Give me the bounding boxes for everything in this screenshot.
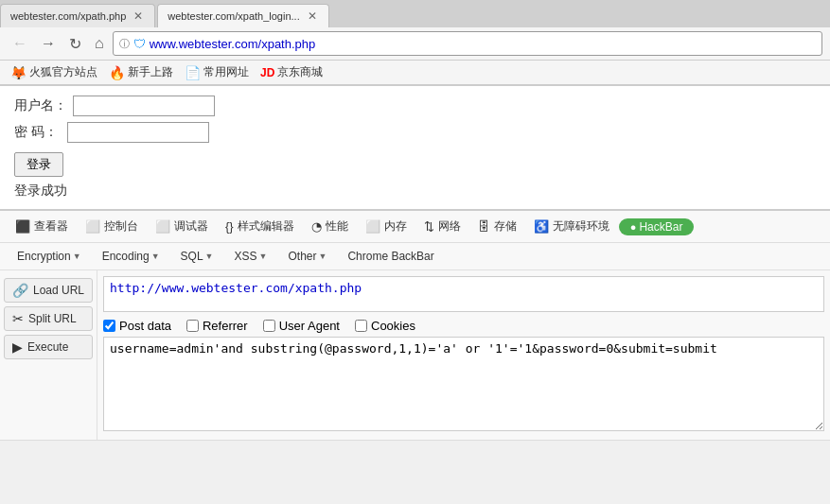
devtools-bar: ⬛ 查看器 ⬜ 控制台 ⬜ 调试器 {} 样式编辑器 ◔ 性能 ⬜ 内存 ⇅ 网… [0, 209, 830, 243]
tab-2[interactable]: webtester.com/xpath_login... ✕ [157, 4, 328, 27]
referrer-label: Referrer [203, 319, 248, 333]
devtools-debugger[interactable]: ⬜ 调试器 [148, 215, 216, 238]
hackbar-menu-encryption[interactable]: Encryption ▼ [8, 247, 91, 266]
referrer-checkbox-label[interactable]: Referrer [186, 319, 248, 333]
back-button[interactable]: ← [8, 33, 32, 54]
bookmark-jd[interactable]: JD 京东商城 [257, 63, 326, 81]
devtools-perf[interactable]: ◔ 性能 [304, 215, 356, 238]
home-button[interactable]: ⌂ [90, 33, 109, 54]
browser-chrome: webtester.com/xpath.php ✕ webtester.com/… [0, 0, 830, 86]
memory-icon: ⬜ [365, 219, 380, 234]
username-row: 用户名： [14, 96, 816, 116]
devtools-console-label: 控制台 [104, 218, 138, 235]
hackbar-sql-label: SQL [181, 250, 203, 263]
cookies-checkbox[interactable] [355, 320, 367, 332]
tab-1[interactable]: webtester.com/xpath.php ✕ [0, 4, 155, 27]
user-agent-label: User Agent [279, 319, 340, 333]
hackbar-main: 🔗 Load URL ✂ Split URL ▶ Execute Post da… [0, 270, 830, 440]
network-icon: ⇅ [424, 219, 434, 234]
new-user-icon: 🔥 [109, 65, 125, 80]
info-icon: ⓘ [119, 37, 130, 51]
forward-button[interactable]: → [36, 33, 61, 54]
hackbar-menu-encoding[interactable]: Encoding ▼ [93, 247, 169, 266]
hackbar-label: HackBar [639, 220, 682, 234]
console-icon: ⬜ [85, 219, 100, 234]
tabs-bar: webtester.com/xpath.php ✕ webtester.com/… [0, 0, 830, 27]
hackbar-dot-icon: ● [630, 221, 640, 233]
style-icon: {} [225, 219, 234, 234]
password-input[interactable] [67, 122, 209, 143]
tab-1-close[interactable]: ✕ [132, 9, 145, 23]
hackbar-menu-xss[interactable]: XSS ▼ [225, 247, 277, 266]
load-url-button[interactable]: 🔗 Load URL [4, 278, 93, 303]
encoding-dropdown-arrow: ▼ [151, 252, 160, 261]
bookmark-new-user-label: 新手上路 [128, 64, 173, 80]
devtools-network[interactable]: ⇅ 网络 [416, 215, 468, 238]
bookmark-firefox[interactable]: 🦊 火狐官方站点 [8, 63, 100, 81]
username-input[interactable] [73, 96, 215, 116]
devtools-inspect-label: 查看器 [34, 218, 68, 235]
devtools-storage[interactable]: 🗄 存储 [470, 215, 524, 238]
bookmark-firefox-label: 火狐官方站点 [29, 64, 97, 80]
tab-1-title: webtester.com/xpath.php [10, 10, 126, 22]
bookmarks-bar: 🦊 火狐官方站点 🔥 新手上路 📄 常用网址 JD 京东商城 [0, 61, 830, 85]
devtools-style[interactable]: {} 样式编辑器 [218, 215, 302, 238]
login-button[interactable]: 登录 [14, 152, 63, 177]
split-url-icon: ✂ [12, 311, 24, 326]
referrer-checkbox[interactable] [186, 320, 199, 332]
tab-2-title: webtester.com/xpath_login... [168, 10, 299, 22]
hackbar-toggle[interactable]: ● HackBar [619, 218, 695, 235]
post-data-checkbox[interactable] [103, 320, 115, 332]
devtools-accessibility[interactable]: ♿ 无障碍环境 [526, 215, 617, 238]
execute-icon: ▶ [12, 339, 23, 355]
sql-dropdown-arrow: ▼ [205, 252, 214, 261]
hackbar-panel: Encryption ▼ Encoding ▼ SQL ▼ XSS ▼ Othe… [0, 243, 830, 441]
refresh-button[interactable]: ↻ [64, 33, 86, 55]
cookies-label: Cookies [371, 319, 415, 333]
user-agent-checkbox[interactable] [263, 320, 275, 332]
post-options: Post data Referrer User Agent Cookies [103, 315, 824, 337]
hackbar-menu-sql[interactable]: SQL ▼ [171, 247, 223, 266]
hackbar-encoding-label: Encoding [102, 250, 150, 263]
bookmark-common-sites[interactable]: 📄 常用网址 [182, 63, 252, 81]
common-sites-icon: 📄 [185, 65, 201, 80]
devtools-debugger-label: 调试器 [174, 218, 208, 235]
page-content: 用户名： 密 码： 登录 登录成功 [0, 86, 830, 209]
encryption-dropdown-arrow: ▼ [73, 252, 81, 261]
devtools-inspect[interactable]: ⬛ 查看器 [8, 215, 76, 238]
address-bar[interactable]: ⓘ 🛡 [113, 31, 822, 56]
devtools-memory[interactable]: ⬜ 内存 [358, 215, 415, 238]
bookmark-common-sites-label: 常用网址 [203, 64, 249, 80]
devtools-network-label: 网络 [438, 218, 461, 235]
jd-icon: JD [260, 66, 274, 79]
cookies-checkbox-label[interactable]: Cookies [355, 319, 415, 333]
devtools-accessibility-label: 无障碍环境 [553, 218, 609, 235]
nav-bar: ← → ↻ ⌂ ⓘ 🛡 [0, 27, 830, 61]
load-url-label: Load URL [33, 284, 84, 297]
post-data-textarea[interactable] [103, 337, 824, 431]
storage-icon: 🗄 [478, 219, 490, 234]
username-label: 用户名： [14, 97, 67, 114]
split-url-button[interactable]: ✂ Split URL [4, 306, 93, 331]
hackbar-menu-chrome-backbar[interactable]: Chrome BackBar [338, 247, 443, 266]
hackbar-xss-label: XSS [235, 250, 257, 263]
split-url-label: Split URL [28, 312, 77, 325]
url-textarea[interactable] [103, 276, 824, 312]
debugger-icon: ⬜ [155, 219, 170, 234]
address-input[interactable] [150, 37, 816, 51]
hackbar-sidebar: 🔗 Load URL ✂ Split URL ▶ Execute [0, 270, 97, 440]
firefox-icon: 🦊 [10, 65, 26, 80]
post-data-wrapper [103, 337, 824, 434]
hackbar-menu-other[interactable]: Other ▼ [278, 247, 336, 266]
bookmark-new-user[interactable]: 🔥 新手上路 [106, 63, 176, 81]
user-agent-checkbox-label[interactable]: User Agent [263, 319, 340, 333]
post-data-label: Post data [119, 319, 171, 333]
post-data-checkbox-label[interactable]: Post data [103, 319, 171, 333]
devtools-console[interactable]: ⬜ 控制台 [78, 215, 146, 238]
perf-icon: ◔ [311, 219, 322, 234]
execute-button[interactable]: ▶ Execute [4, 335, 93, 359]
password-row: 密 码： [14, 122, 816, 143]
bookmark-jd-label: 京东商城 [277, 64, 323, 80]
devtools-perf-label: 性能 [326, 218, 348, 235]
tab-2-close[interactable]: ✕ [306, 9, 319, 23]
